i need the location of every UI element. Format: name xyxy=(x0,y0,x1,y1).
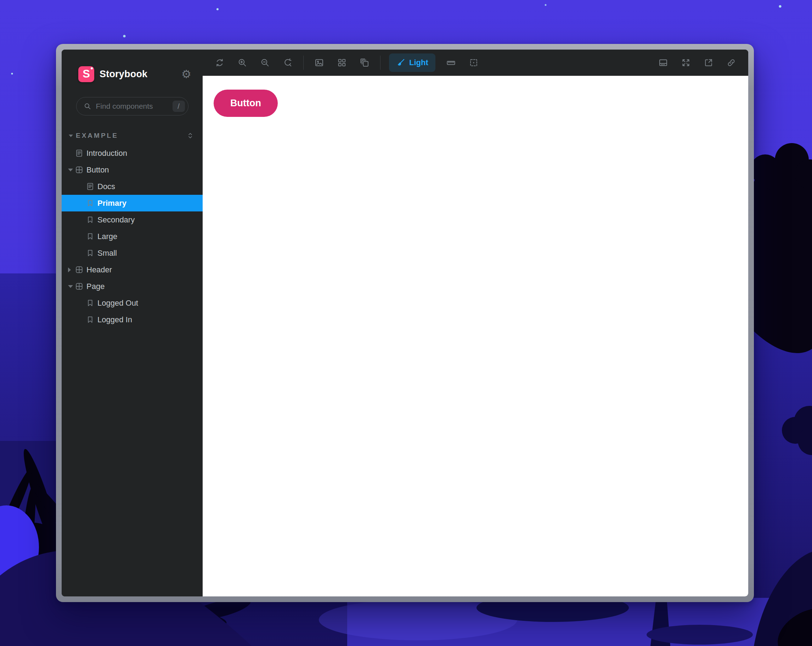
bookmark-icon xyxy=(86,248,95,257)
tree-item-small[interactable]: Small xyxy=(62,245,203,261)
search-shortcut-badge: / xyxy=(172,101,185,112)
tree-item-introduction[interactable]: Introduction xyxy=(62,145,203,162)
tree-item-docs[interactable]: Docs xyxy=(62,178,203,195)
tree-item-logged-in[interactable]: Logged In xyxy=(62,311,203,328)
caret-down-icon[interactable] xyxy=(68,285,73,288)
section-collapse-caret-icon[interactable] xyxy=(69,135,73,137)
search-icon xyxy=(83,102,92,111)
tree-item-label: Introduction xyxy=(87,149,127,158)
expand-collapse-all-icon[interactable] xyxy=(186,131,195,140)
storybook-app: S Storybook ⚙ / EXAMPLE xyxy=(62,50,748,596)
tree-item-label: Logged In xyxy=(98,315,132,325)
caret-right-icon[interactable] xyxy=(68,267,71,272)
section-label: EXAMPLE xyxy=(76,132,118,140)
caret-down-icon[interactable] xyxy=(68,169,73,171)
tree-item-label: Docs xyxy=(98,182,115,191)
document-icon xyxy=(86,182,95,191)
main-area: Light xyxy=(203,50,748,596)
remount-icon[interactable] xyxy=(212,56,227,70)
search-box[interactable]: / xyxy=(76,97,188,116)
sidebar-section-example[interactable]: EXAMPLE xyxy=(69,131,195,140)
measure-icon[interactable] xyxy=(444,56,458,70)
search-input[interactable] xyxy=(95,102,172,111)
app-window: S Storybook ⚙ / EXAMPLE xyxy=(56,44,754,602)
story-canvas: Button xyxy=(203,76,748,596)
bookmark-icon xyxy=(86,315,95,324)
toolbar-divider xyxy=(380,56,380,70)
grid-icon[interactable] xyxy=(335,56,349,70)
brand-name: Storybook xyxy=(99,69,147,80)
tree-item-label: Header xyxy=(87,265,112,274)
bookmark-icon xyxy=(86,199,95,207)
tree-item-label: Primary xyxy=(98,199,127,208)
open-new-tab-icon[interactable] xyxy=(702,56,716,70)
tree-item-button[interactable]: Button xyxy=(62,162,203,178)
paintbrush-icon xyxy=(396,58,405,67)
tree-item-label: Button xyxy=(87,165,109,175)
theme-toggle-button[interactable]: Light xyxy=(389,53,435,72)
tree-item-label: Logged Out xyxy=(98,299,138,308)
tree-item-label: Page xyxy=(87,282,104,291)
component-icon xyxy=(75,282,84,291)
tree-item-secondary[interactable]: Secondary xyxy=(62,212,203,228)
tree-item-large[interactable]: Large xyxy=(62,228,203,245)
brand-row: S Storybook ⚙ xyxy=(78,66,194,82)
component-tree: Introduction Button Docs xyxy=(62,145,203,328)
tree-item-label: Secondary xyxy=(98,215,134,224)
tree-item-primary-selected[interactable]: Primary xyxy=(62,195,203,212)
logo-letter: S xyxy=(82,68,90,81)
copy-link-icon[interactable] xyxy=(724,56,738,70)
canvas-toolbar: Light xyxy=(203,50,748,76)
zoom-out-icon[interactable] xyxy=(258,56,272,70)
sidebar: S Storybook ⚙ / EXAMPLE xyxy=(62,50,203,596)
zoom-in-icon[interactable] xyxy=(235,56,249,70)
bookmark-icon xyxy=(86,215,95,224)
addons-panel-icon[interactable] xyxy=(656,56,670,70)
storybook-logo-icon: S xyxy=(78,66,94,82)
desktop: S Storybook ⚙ / EXAMPLE xyxy=(0,0,812,646)
toolbar-divider xyxy=(303,56,304,70)
bookmark-icon xyxy=(86,232,95,241)
bookmark-icon xyxy=(86,299,95,308)
story-primary-button[interactable]: Button xyxy=(214,90,278,117)
toolbar-right-group xyxy=(648,56,738,70)
tree-item-header[interactable]: Header xyxy=(62,261,203,278)
tree-item-page[interactable]: Page xyxy=(62,278,203,295)
logo-spark xyxy=(91,67,93,69)
fullscreen-icon[interactable] xyxy=(679,56,693,70)
component-icon xyxy=(75,165,84,174)
viewport-icon[interactable] xyxy=(357,56,372,70)
component-icon xyxy=(75,265,84,274)
document-icon xyxy=(75,149,84,158)
outline-icon[interactable] xyxy=(467,56,481,70)
tree-item-label: Small xyxy=(98,248,117,258)
zoom-reset-icon[interactable] xyxy=(281,56,295,70)
tree-item-label: Large xyxy=(98,232,117,241)
theme-label: Light xyxy=(409,58,428,67)
settings-gear-icon[interactable]: ⚙ xyxy=(179,67,194,81)
backgrounds-icon[interactable] xyxy=(312,56,326,70)
tree-item-logged-out[interactable]: Logged Out xyxy=(62,295,203,311)
